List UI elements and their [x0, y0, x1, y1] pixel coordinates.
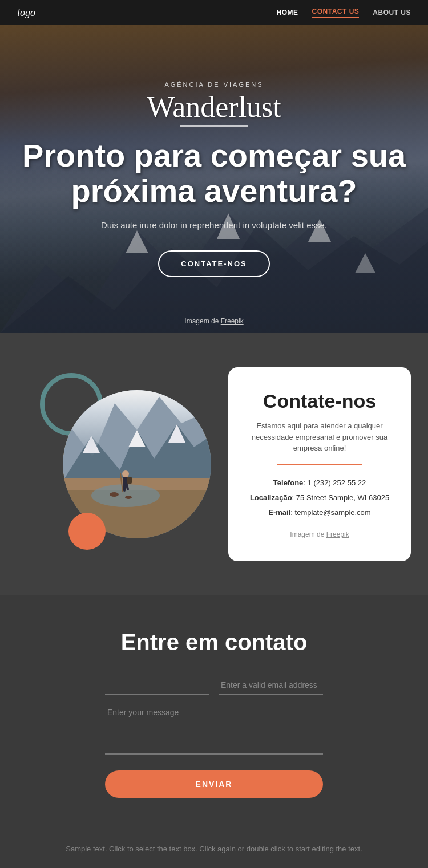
svg-point-17	[122, 470, 129, 477]
svg-point-15	[125, 496, 132, 499]
nav-link-about[interactable]: ABOUT US	[373, 9, 411, 17]
email-link[interactable]: template@sample.com	[295, 508, 371, 517]
email-input[interactable]	[219, 676, 323, 695]
deco-circle-solid	[68, 513, 106, 550]
nav-link-contact[interactable]: CONTACT US	[312, 7, 360, 18]
contact-card: Contate-nos Estamos aqui para atender a …	[228, 367, 411, 561]
message-textarea[interactable]	[105, 703, 323, 755]
contact-card-credit: Imagem de Freepik	[249, 530, 390, 538]
contact-inner: Contate-nos Estamos aqui para atender a …	[23, 367, 405, 561]
footer-note-text: Sample text. Click to select the text bo…	[46, 843, 382, 855]
phone-label: Telefone	[273, 478, 304, 487]
logo: logo	[17, 7, 35, 19]
contact-card-credit-link[interactable]: Freepik	[326, 530, 349, 538]
contact-card-title: Contate-nos	[249, 390, 390, 412]
footer-note: Sample text. Click to select the text bo…	[0, 821, 428, 869]
hero-credit: Imagem de Freepik	[184, 317, 243, 325]
location-value: 75 Street Sample, WI 63025	[296, 493, 389, 502]
hero-brand: Wanderlust	[11, 92, 417, 127]
hero-subtitle: Duis aute irure dolor in reprehenderit i…	[11, 220, 417, 230]
location-label: Localização	[250, 493, 292, 502]
navbar: logo HOME CONTACT US ABOUT US	[0, 0, 428, 25]
hero-agency-label: AGÊNCIA DE VIAGENS	[11, 81, 417, 88]
form-section: Entre em contato ENVIAR	[0, 595, 428, 821]
svg-rect-18	[127, 477, 132, 484]
contact-form: ENVIAR	[105, 676, 323, 798]
hero-title: Pronto para começar sua próxima aventura…	[11, 138, 417, 208]
hero-section: AGÊNCIA DE VIAGENS Wanderlust Pronto par…	[0, 25, 428, 333]
svg-marker-8	[83, 436, 100, 453]
hero-credit-link[interactable]: Freepik	[221, 317, 244, 325]
submit-button[interactable]: ENVIAR	[105, 770, 323, 798]
hero-content: AGÊNCIA DE VIAGENS Wanderlust Pronto par…	[0, 70, 428, 288]
svg-rect-19	[123, 485, 126, 492]
nav-links: HOME CONTACT US ABOUT US	[277, 7, 411, 18]
form-title: Entre em contato	[121, 630, 308, 655]
email-label: E-mail	[268, 508, 290, 517]
contact-card-description: Estamos aqui para atender a qualquer nec…	[249, 420, 390, 454]
contact-info: Telefone: 1 (232) 252 55 22 Localização:…	[249, 476, 390, 520]
hero-cta-button[interactable]: CONTATE-NOS	[158, 250, 269, 277]
contact-divider	[277, 464, 362, 465]
name-input[interactable]	[105, 676, 209, 695]
contact-section: Contate-nos Estamos aqui para atender a …	[0, 333, 428, 595]
phone-link[interactable]: 1 (232) 252 55 22	[308, 478, 366, 487]
form-row-name-email	[105, 676, 323, 695]
svg-point-14	[110, 492, 119, 497]
nav-link-home[interactable]: HOME	[277, 9, 298, 17]
